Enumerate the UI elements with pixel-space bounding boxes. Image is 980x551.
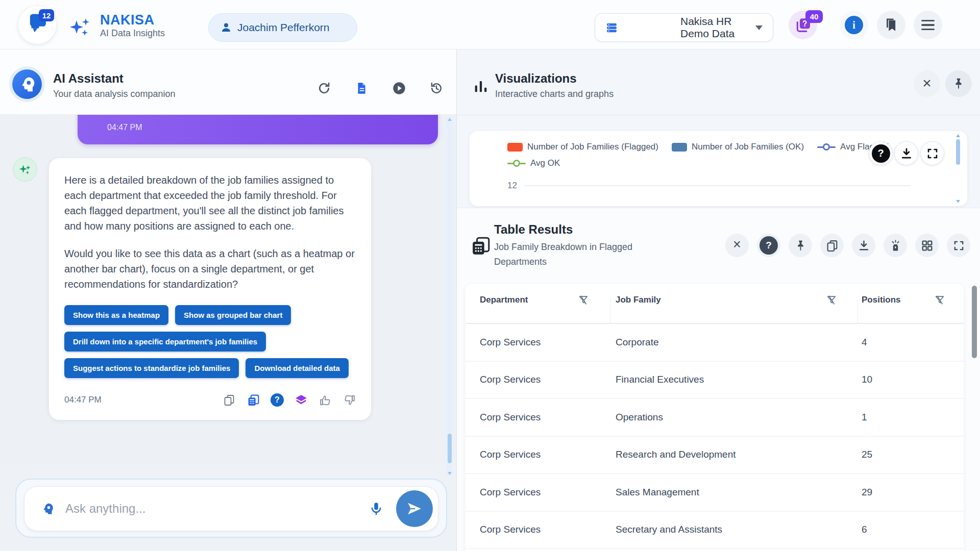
chart-card: Number of Job Families (Flagged) Number … xyxy=(470,131,967,206)
table-highlight-button[interactable] xyxy=(884,234,907,257)
user-menu[interactable]: Joachim Pefferkorn xyxy=(208,13,357,42)
assistant-head-icon xyxy=(41,502,54,515)
table-row[interactable]: Corp Services Secretary and Assistants 6 xyxy=(465,512,964,549)
scroll-down-arrow[interactable] xyxy=(448,472,452,475)
scroll-up-arrow[interactable] xyxy=(956,134,960,137)
viz-pin-button[interactable] xyxy=(945,70,972,97)
legend-line-marker xyxy=(507,159,526,167)
chart-fullscreen-button[interactable] xyxy=(920,141,944,165)
bookmark-icon xyxy=(884,18,898,32)
help-count-badge: 40 xyxy=(805,10,823,23)
learn-button[interactable] xyxy=(295,393,308,407)
thumbs-up-button[interactable] xyxy=(318,393,332,407)
thumbs-down-button[interactable] xyxy=(342,393,356,407)
legend-item-ok[interactable]: Number of Job Families (OK) xyxy=(672,142,804,152)
scroll-up-arrow[interactable] xyxy=(448,118,452,121)
pin-icon xyxy=(952,77,965,90)
expand-icon xyxy=(953,240,965,252)
table-header-row: Department Job Family Positions xyxy=(465,284,964,324)
send-icon xyxy=(406,500,423,517)
action-download-data[interactable]: Download detailed data xyxy=(246,358,349,378)
results-table: Department Job Family Positions xyxy=(465,284,964,551)
send-button[interactable] xyxy=(396,490,433,527)
question-icon: ? xyxy=(271,393,284,407)
table-row[interactable]: Corp Services Corporate 4 xyxy=(465,324,964,362)
page-scrollbar-thumb[interactable] xyxy=(972,286,977,358)
table-close-button[interactable]: × xyxy=(725,234,749,257)
assistant-message-paragraph: Would you like to see this data as a cha… xyxy=(64,246,356,292)
pin-icon xyxy=(794,239,807,252)
assistant-avatar xyxy=(12,69,42,99)
refresh-button[interactable] xyxy=(316,81,332,96)
filter-icon[interactable] xyxy=(934,294,945,306)
download-icon xyxy=(900,147,913,160)
app-header: 12 NAKISA AI Data Insights Joachim Peffe… xyxy=(0,0,980,49)
table-panel-title: Table Results xyxy=(494,222,573,237)
assistant-message-paragraph: Here is a detailed breakdown of the job … xyxy=(64,172,356,234)
table-fullscreen-button[interactable] xyxy=(947,234,970,257)
scroll-down-arrow[interactable] xyxy=(956,200,960,203)
column-header-positions: Positions xyxy=(862,295,901,305)
info-button[interactable]: i xyxy=(840,11,868,39)
chart-help-button[interactable]: ? xyxy=(869,141,893,165)
action-grouped-bar-chart[interactable]: Show as grouped bar chart xyxy=(175,305,291,325)
ask-input[interactable] xyxy=(65,502,356,516)
viz-panel-title: Visualizations xyxy=(495,71,577,86)
chat-scrollbar-thumb[interactable] xyxy=(448,434,452,463)
action-standardize[interactable]: Suggest actions to standardize job famil… xyxy=(64,358,239,378)
table-download-button[interactable] xyxy=(852,234,875,257)
chart-download-button[interactable] xyxy=(894,141,918,165)
filter-icon[interactable] xyxy=(578,294,589,306)
table-row[interactable]: Corp Services Financial Executives 10 xyxy=(465,362,964,399)
datasource-selector[interactable]: Nakisa HR Demo Data xyxy=(595,13,773,42)
table-layout-button[interactable] xyxy=(915,234,939,257)
explain-button[interactable]: ? xyxy=(271,393,284,407)
table-row[interactable]: Corp Services Operations 1 xyxy=(465,399,964,437)
table-row[interactable]: Corp Services Sales Management 29 xyxy=(465,474,964,512)
grid-icon xyxy=(921,239,934,252)
ai-sparkle-avatar xyxy=(13,157,37,182)
play-button[interactable] xyxy=(391,81,407,96)
table-results-icon xyxy=(471,236,491,256)
table-help-button[interactable]: ? xyxy=(757,234,780,257)
viz-panel-subtitle: Interactive charts and graphs xyxy=(495,89,614,99)
legend-line-marker xyxy=(817,143,836,151)
legend-item-flagged[interactable]: Number of Job Families (Flagged) xyxy=(507,142,658,152)
table-copy-button[interactable] xyxy=(820,234,844,257)
chart-legend: Number of Job Families (Flagged) Number … xyxy=(507,142,931,168)
table-pin-button[interactable] xyxy=(789,234,812,257)
table-panel-subtitle: Job Family Breakdown in Flagged Departme… xyxy=(494,240,642,269)
chat-scrollbar[interactable] xyxy=(446,116,453,477)
filter-icon[interactable] xyxy=(826,294,837,306)
datasource-label: Nakisa HR Demo Data xyxy=(680,15,749,40)
copy-button[interactable] xyxy=(223,393,236,407)
legend-item-avg-ok[interactable]: Avg OK xyxy=(507,158,560,168)
table-row[interactable]: Corp Services Research and Development 2… xyxy=(465,437,964,474)
main-menu-button[interactable] xyxy=(914,11,942,39)
panel-divider xyxy=(456,49,457,551)
bookmarks-button[interactable] xyxy=(877,11,905,39)
assistant-message: Here is a detailed breakdown of the job … xyxy=(49,158,371,420)
hamburger-icon xyxy=(921,20,935,31)
show-table-button[interactable] xyxy=(247,393,260,407)
close-icon: × xyxy=(733,238,741,252)
ask-input-pill xyxy=(24,486,438,531)
document-button[interactable] xyxy=(354,81,369,96)
download-icon xyxy=(857,239,870,252)
chart-scrollbar-thumb[interactable] xyxy=(956,139,960,165)
brand-name: NAKISA xyxy=(100,12,155,28)
gridline xyxy=(524,185,911,186)
chart-card-scrollbar[interactable] xyxy=(955,134,961,203)
viz-close-button[interactable]: × xyxy=(914,70,940,97)
chat-scroll-area[interactable]: 04:47 PM Here is a detailed breakdown of… xyxy=(0,115,456,465)
legend-swatch xyxy=(672,143,687,152)
assistant-message-time: 04:47 PM xyxy=(64,395,102,405)
mic-button[interactable] xyxy=(368,500,385,517)
chart-axis-row: 12 xyxy=(507,181,911,191)
chat-count-badge: 12 xyxy=(39,9,54,21)
action-show-heatmap[interactable]: Show this as a heatmap xyxy=(64,305,168,325)
action-drill-down[interactable]: Drill down into a specific department's … xyxy=(64,332,266,352)
user-name: Joachim Pefferkorn xyxy=(237,21,330,34)
legend-swatch xyxy=(507,143,523,152)
history-button[interactable] xyxy=(429,81,444,96)
